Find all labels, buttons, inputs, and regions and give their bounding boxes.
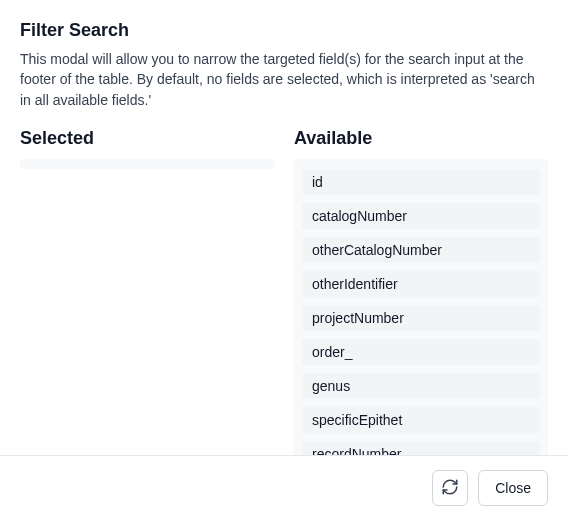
refresh-icon <box>441 478 459 499</box>
field-item[interactable]: projectNumber <box>302 305 540 331</box>
field-item[interactable]: specificEpithet <box>302 407 540 433</box>
available-column: Available idcatalogNumberotherCatalogNum… <box>294 128 548 455</box>
selected-drop-area[interactable] <box>20 159 274 169</box>
modal-description: This modal will allow you to narrow the … <box>20 49 548 110</box>
field-item[interactable]: id <box>302 169 540 195</box>
field-item[interactable]: otherCatalogNumber <box>302 237 540 263</box>
close-button[interactable]: Close <box>478 470 548 506</box>
field-item[interactable]: order_ <box>302 339 540 365</box>
field-item[interactable]: otherIdentifier <box>302 271 540 297</box>
field-item[interactable]: genus <box>302 373 540 399</box>
available-column-title: Available <box>294 128 548 149</box>
modal-footer: Close <box>0 455 568 520</box>
field-item[interactable]: catalogNumber <box>302 203 540 229</box>
field-item[interactable]: recordNumber <box>302 441 540 455</box>
selected-column-title: Selected <box>20 128 274 149</box>
reset-button[interactable] <box>432 470 468 506</box>
modal-title: Filter Search <box>20 20 548 41</box>
available-list[interactable]: idcatalogNumberotherCatalogNumberotherId… <box>294 159 548 455</box>
modal-body: Filter Search This modal will allow you … <box>0 0 568 455</box>
selected-column: Selected <box>20 128 274 455</box>
columns-container: Selected Available idcatalogNumberotherC… <box>20 128 548 455</box>
